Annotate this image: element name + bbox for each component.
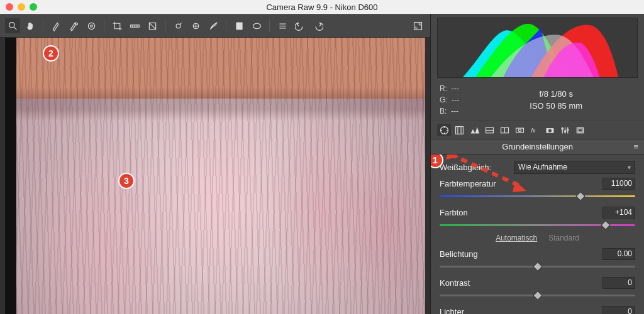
tab-camera[interactable]: [543, 124, 557, 136]
fullscreen-button[interactable]: [410, 18, 425, 33]
temperature-value[interactable]: 11000: [602, 178, 635, 190]
svg-rect-41: [578, 129, 582, 132]
tint-value[interactable]: +104: [602, 207, 635, 219]
panel-tabbar: fx: [431, 121, 644, 139]
shot-info: f/8 1/80 s ISO 50 85 mm: [477, 88, 635, 112]
exposure-row: Belichtung 0.00: [440, 246, 635, 261]
metadata-row: R: --- G: --- B: --- f/8 1/80 s ISO 50 8…: [431, 83, 644, 121]
highlights-row: Lichter 0: [440, 304, 635, 314]
contrast-row: Kontrast 0: [440, 275, 635, 290]
histogram-graph: [438, 18, 637, 77]
svg-point-16: [253, 23, 260, 29]
contrast-label: Kontrast: [440, 278, 514, 288]
svg-rect-22: [455, 126, 463, 134]
auto-link[interactable]: Automatisch: [496, 234, 537, 242]
panel-header: Grundeinstellungen ≡: [431, 139, 644, 154]
hand-tool[interactable]: [23, 18, 38, 33]
tab-presets[interactable]: [558, 124, 572, 136]
zoom-tool[interactable]: [5, 18, 20, 33]
tint-label: Farbton: [440, 208, 514, 217]
contrast-slider[interactable]: [440, 291, 635, 299]
svg-rect-20: [414, 22, 421, 30]
highlights-label: Lichter: [440, 307, 514, 314]
svg-point-11: [176, 24, 180, 28]
red-eye-tool[interactable]: [188, 18, 203, 33]
exposure-value[interactable]: 0.00: [602, 248, 635, 260]
titlebar: Camera Raw 9.9 - Nikon D600: [0, 0, 644, 14]
annotation-arrow: [438, 154, 539, 198]
photo-canvas: [16, 38, 425, 314]
auto-default-row: Automatisch Standard: [440, 234, 635, 242]
tint-row: Farbton +104: [440, 205, 635, 220]
svg-point-0: [9, 22, 14, 28]
svg-marker-43: [446, 154, 458, 160]
graduated-filter-tool[interactable]: [231, 18, 247, 33]
svg-line-1: [14, 27, 16, 30]
color-sampler-tool[interactable]: [66, 18, 81, 33]
default-link[interactable]: Standard: [548, 234, 579, 242]
panel-title: Grundeinstellungen: [502, 142, 573, 151]
preferences-button[interactable]: [275, 18, 290, 33]
contrast-value[interactable]: 0: [602, 277, 635, 289]
svg-point-4: [90, 24, 92, 26]
svg-point-2: [75, 23, 77, 24]
tint-slider[interactable]: [440, 221, 635, 229]
transform-tool[interactable]: [145, 18, 160, 33]
svg-rect-15: [236, 22, 242, 30]
exposure-slider[interactable]: [440, 263, 635, 270]
tab-basic[interactable]: [437, 124, 451, 136]
panel-menu-icon[interactable]: ≡: [633, 142, 638, 151]
svg-point-30: [518, 129, 521, 131]
tab-snapshots[interactable]: [573, 124, 587, 136]
tab-detail[interactable]: [467, 124, 481, 136]
tab-tone-curve[interactable]: [452, 124, 466, 136]
svg-point-3: [88, 23, 94, 29]
targeted-adjust-tool[interactable]: [84, 18, 99, 33]
straighten-tool[interactable]: [127, 18, 142, 33]
maximize-window-icon[interactable]: [30, 3, 37, 11]
window-title: Camera Raw 9.9 - Nikon D600: [266, 3, 377, 12]
histogram[interactable]: [437, 18, 638, 78]
basic-panel: 1 Weißabgleich: Wie Aufnahme Farbtempera…: [431, 154, 644, 314]
annotation-badge-3: 3: [118, 173, 135, 189]
annotation-badge-2: 2: [43, 45, 59, 62]
highlights-value[interactable]: 0: [602, 306, 635, 314]
svg-line-42: [451, 154, 520, 186]
adjustment-brush-tool[interactable]: [206, 18, 221, 33]
close-window-icon[interactable]: [6, 3, 13, 11]
toolbar: [0, 14, 430, 38]
tab-split-toning[interactable]: [497, 124, 511, 136]
minimize-window-icon[interactable]: [18, 3, 25, 11]
redo-button[interactable]: [310, 18, 325, 33]
tab-hsl[interactable]: [482, 124, 496, 136]
side-panel: R: --- G: --- B: --- f/8 1/80 s ISO 50 8…: [430, 14, 644, 314]
spot-removal-tool[interactable]: [170, 18, 186, 33]
svg-point-33: [548, 129, 551, 132]
traffic-lights: [6, 3, 37, 11]
undo-button[interactable]: [292, 18, 308, 33]
preview-pane: 2 3: [0, 14, 430, 314]
workspace: 2 3 R: --- G: --- B: --- f/8 1/80 s: [0, 14, 644, 314]
exposure-label: Belichtung: [440, 249, 514, 259]
white-balance-tool[interactable]: [48, 18, 64, 33]
radial-filter-tool[interactable]: [249, 18, 264, 33]
image-preview[interactable]: 2 3: [5, 38, 425, 314]
tab-lens[interactable]: [513, 124, 526, 136]
crop-tool[interactable]: [109, 18, 125, 33]
svg-text:fx: fx: [531, 127, 535, 134]
rgb-readout: R: --- G: --- B: ---: [440, 83, 459, 117]
svg-line-10: [149, 23, 155, 29]
tab-effects[interactable]: fx: [528, 124, 541, 136]
